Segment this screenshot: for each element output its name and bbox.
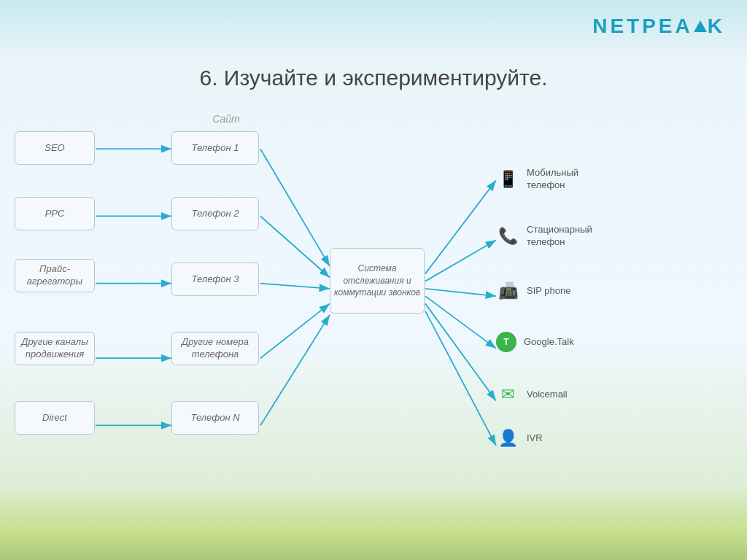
output-sip: 📠 SIP phone — [496, 279, 570, 303]
phone-2: Телефон 2 — [171, 197, 259, 230]
diagram: Сайт SEO PPC Прайс-агрегаторы Другие кан… — [15, 113, 732, 502]
page-title: 6. Изучайте и экспериментируйте. — [0, 66, 747, 90]
svg-line-12 — [425, 240, 496, 281]
svg-line-6 — [260, 149, 330, 266]
gtalk-label: Google.Talk — [524, 336, 574, 349]
gtalk-icon: T — [496, 332, 516, 352]
svg-line-11 — [425, 180, 496, 273]
svg-line-15 — [425, 303, 496, 400]
svg-line-9 — [260, 303, 330, 358]
source-other: Другие каналы продвижения — [15, 332, 95, 365]
phone-N: Телефон N — [171, 401, 259, 435]
phone-1: Телефон 1 — [171, 131, 259, 165]
source-seo: SEO — [15, 131, 95, 165]
output-ivr: 👤 IVR — [496, 427, 543, 450]
output-landline: 📞 Стационарныйтелефон — [496, 224, 592, 249]
ivr-icon: 👤 — [496, 427, 519, 450]
output-voicemail: ✉ Voicemail — [496, 383, 568, 406]
source-ppc: PPC — [15, 197, 95, 230]
phone-3: Телефон 3 — [171, 262, 259, 296]
voicemail-label: Voicemail — [527, 389, 568, 401]
logo: NETPEAK — [592, 15, 725, 38]
sip-label: SIP phone — [527, 285, 570, 298]
mobile-icon: 📱 — [496, 168, 519, 191]
svg-line-10 — [260, 315, 330, 426]
landline-icon: 📞 — [496, 225, 519, 248]
source-price: Прайс-агрегаторы — [15, 259, 95, 292]
svg-line-8 — [260, 284, 330, 289]
voicemail-icon: ✉ — [496, 383, 519, 406]
output-mobile: 📱 Мобильныйтелефон — [496, 167, 578, 192]
site-label: Сайт — [182, 113, 270, 125]
svg-line-14 — [425, 296, 496, 349]
source-direct: Direct — [15, 401, 95, 435]
landline-label: Стационарныйтелефон — [527, 224, 592, 249]
sip-icon: 📠 — [496, 279, 519, 303]
system-box: Система отслеживания и коммутации звонко… — [330, 248, 425, 314]
phone-other: Другие номера телефона — [171, 332, 259, 365]
mobile-label: Мобильныйтелефон — [527, 167, 578, 192]
ivr-label: IVR — [527, 432, 543, 445]
svg-line-7 — [260, 216, 330, 277]
logo-triangle — [694, 20, 707, 32]
svg-line-16 — [425, 311, 496, 446]
output-gtalk: T Google.Talk — [496, 332, 574, 352]
svg-line-13 — [425, 289, 496, 296]
